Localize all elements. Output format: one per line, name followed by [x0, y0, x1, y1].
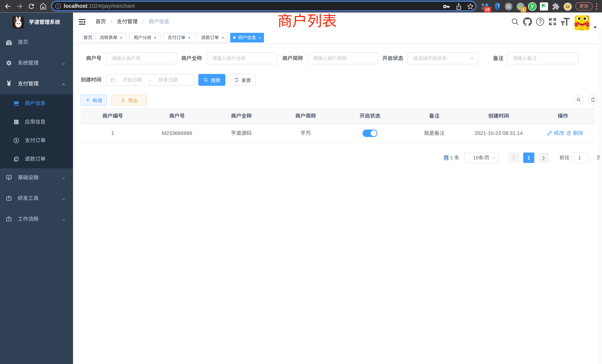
svg-text:Y: Y: [530, 3, 534, 10]
